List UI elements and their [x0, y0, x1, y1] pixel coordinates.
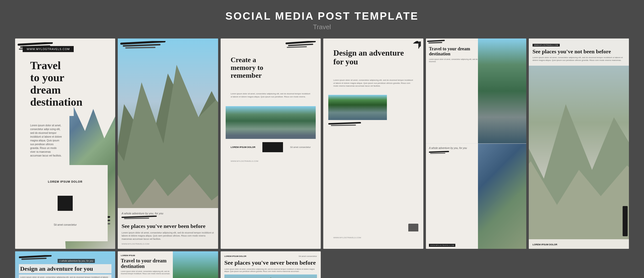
- card-bottom-section: A whole adventure by you, for you WWW.MY…: [426, 144, 526, 249]
- svg-rect-0: [18, 42, 53, 46]
- brush-deco-small: [122, 216, 162, 219]
- card-body-text: Lorem ipsum dolor sit amet, consectetur …: [328, 74, 418, 92]
- adventure-subtitle: A whole adventure by you, for you: [122, 212, 214, 215]
- card-main-title: See places you've never been before: [122, 223, 214, 229]
- website-text: WWW.MYLOGTRAVELS.COM: [328, 231, 418, 244]
- card-body-text: Lorem ipsum dolor sit amet, consectetur …: [122, 231, 214, 241]
- card-travel-main: WWW.MYLOGTRAVELS.COM Travel to your drea…: [15, 38, 115, 249]
- card-body-text: Lorem ipsum dolor sit amet, consectetur …: [23, 116, 69, 165]
- card-footer: LOREM IPSUM DOLOR Sit amet consectetur: [23, 165, 108, 241]
- divider-line: [262, 142, 283, 152]
- svg-rect-16: [288, 44, 313, 46]
- svg-rect-21: [328, 122, 361, 125]
- body-text-compact: Lorem ipsum dolor sit amet, consectetur …: [429, 58, 478, 63]
- svg-rect-41: [21, 258, 47, 260]
- svg-rect-25: [429, 151, 449, 153]
- brush-top-overlay: [19, 255, 57, 260]
- photo-right-top: [478, 38, 526, 143]
- svg-rect-22: [331, 125, 356, 126]
- adventure-text: A whole adventure by you, for you: [429, 147, 478, 149]
- card-design-adventure: Design an adventure for you Lorem ipsum …: [323, 38, 423, 249]
- brush-side-deco: [621, 206, 629, 236]
- card-main-title: Design an adventure for you: [328, 44, 418, 71]
- card-main-title: See places you've not been before: [533, 49, 625, 55]
- card-content-box: A whole adventure by you, for you See pl…: [118, 208, 218, 249]
- page-header: SOCIAL MEDIA POST TEMPLATE Travel: [225, 10, 419, 31]
- svg-rect-30: [623, 206, 628, 236]
- website-text: WWW.MYLOGTRAVELS.COM: [226, 155, 316, 167]
- card-design-hiker: A whole adventure by you, for you Design…: [15, 251, 115, 278]
- content-overlay-top: WWW.MYLOGTRAVELS.COM See places you've n…: [529, 38, 629, 66]
- body-text: Lorem ipsum dolor sit amet, consectetur …: [224, 268, 317, 272]
- svg-rect-14: [124, 218, 149, 219]
- card-top-section: Travel to your dream destination Lorem i…: [426, 38, 526, 144]
- card-compact-travel: Travel to your dream destination Lorem i…: [426, 38, 526, 249]
- travel-title-compact: Travel to your dream destination: [429, 47, 478, 57]
- website-bottom: WWW.MYLOGTRAVELS.COM: [429, 242, 455, 247]
- website-badge: WWW.MYLOGTRAVELS.COM: [533, 44, 560, 47]
- divider: [58, 196, 73, 211]
- brush-top-right: [286, 41, 318, 51]
- card-see-places: A whole adventure by you, for you See pl…: [118, 38, 218, 249]
- svg-rect-24: [428, 42, 442, 44]
- card-body-text: Lorem ipsum dolor sit amet, consectetur …: [533, 56, 625, 62]
- card-grid: WWW.MYLOGTRAVELS.COM Travel to your drea…: [15, 38, 629, 278]
- photo-right: [173, 251, 218, 278]
- lorem-label: LOREM IPSUM DOLOR: [224, 255, 247, 257]
- sit-amet: Sit amet consectetur: [299, 255, 317, 257]
- footer-bar: LOREM IPSUM DOLOR: [529, 239, 629, 249]
- svg-rect-12: [125, 47, 155, 49]
- card-split-top: LOREM IPSUM Sit amet consectetur Travel …: [118, 251, 218, 278]
- card-create-memory: Create a memory to remember Lorem ipsum …: [221, 38, 321, 249]
- svg-rect-40: [19, 255, 52, 258]
- brush-deco-bottom-half: [429, 151, 452, 154]
- website-text: WWW.MYLOGTRAVELS.COM: [122, 243, 214, 245]
- lorem-label: LOREM IPSUM: [121, 254, 135, 257]
- card-body-text: Lorem ipsum dolor sit amet, consectetur …: [19, 274, 111, 278]
- photo-right-bottom: [478, 144, 526, 249]
- brush-top-small: [427, 40, 447, 45]
- card-main-title: Design an adventure for you: [19, 264, 111, 273]
- mountain-bg-photo: [529, 38, 629, 249]
- card-see-not-been: WWW.MYLOGTRAVELS.COM See places you've n…: [529, 38, 629, 249]
- brush-overlay-top: [120, 41, 215, 51]
- sit-amet-text: Sit amet consectetur: [46, 216, 84, 234]
- svg-rect-11: [123, 44, 160, 47]
- card-see-never-been: LOREM IPSUM DOLOR Sit amet consectetur S…: [221, 251, 321, 278]
- adventure-subtitle: A whole adventure by you, for you: [58, 259, 95, 263]
- brush-deco-bottom: [328, 122, 366, 127]
- page-title: SOCIAL MEDIA POST TEMPLATE: [225, 10, 419, 22]
- body-text: Lorem ipsum dolor sit amet, consectetur …: [121, 270, 173, 275]
- svg-rect-13: [122, 216, 157, 218]
- sit-amet: Sit amet consectetur: [285, 141, 316, 153]
- card-split-travel-memory: LOREM IPSUM Sit amet consectetur Travel …: [118, 251, 218, 278]
- card-main-title: Create a memory to remember: [226, 51, 284, 84]
- header-row: LOREM IPSUM DOLOR Sit amet consectetur: [224, 255, 317, 257]
- card-photo: [328, 95, 387, 120]
- lorem-footer: LOREM IPSUM DOLOR: [533, 243, 557, 246]
- card-footer: LOREM IPSUM DOLOR Sit amet consectetur: [226, 141, 316, 153]
- bottom-text-area: A whole adventure by you, for you: [429, 147, 478, 155]
- see-title: See places you've never been before: [224, 259, 317, 266]
- content-overlay: A whole adventure by you, for you Design…: [15, 251, 115, 278]
- card-body-text: Lorem ipsum dolor sit amet, consectetur …: [226, 87, 316, 103]
- page-subtitle: Travel: [225, 23, 419, 31]
- svg-rect-23: [427, 40, 445, 42]
- svg-rect-17: [287, 46, 307, 48]
- website-badge: WWW.MYLOGTRAVELS.COM: [23, 46, 74, 52]
- mountain-photo: [224, 274, 317, 278]
- svg-rect-26: [430, 153, 445, 154]
- landscape-photo: [226, 106, 316, 139]
- travel-title: Travel to your dream destination: [121, 258, 173, 269]
- card-main-title: Travel to your dream destination: [23, 52, 74, 116]
- lorem-label: LOREM IPSUM DOLOR: [226, 141, 261, 153]
- lorem-label: LOREM IPSUM DOLOR: [40, 173, 90, 191]
- website-label: WWW.MYLOGTRAVELS.COM: [429, 244, 455, 247]
